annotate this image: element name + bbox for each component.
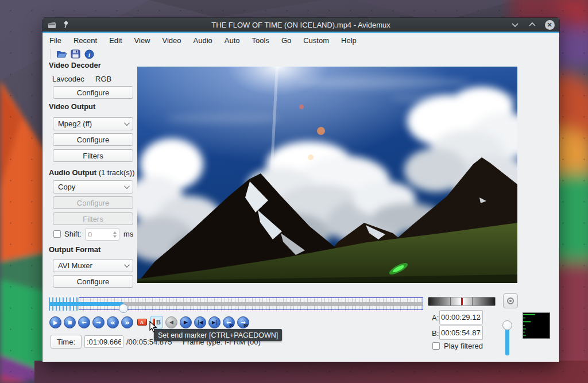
audio-toggle-button[interactable] (503, 293, 518, 308)
next-black-frame-button[interactable]: ▶ (180, 316, 192, 328)
output-format-title: Output Format (49, 245, 100, 254)
video-filters-button[interactable]: Filters (53, 149, 133, 162)
timeline-handle[interactable] (119, 304, 128, 313)
audio-configure-button: Configure (53, 196, 133, 209)
speaker-icon (507, 297, 514, 304)
maximize-button[interactable] (527, 20, 537, 30)
save-button[interactable] (68, 48, 82, 60)
play-button[interactable]: ▶ (49, 316, 61, 328)
video-output-value: Mpeg2 (ff) (58, 119, 124, 128)
avidemux-window: THE FLOW OF TIME (ON ICELAND).mp4 - Avid… (42, 18, 559, 362)
menu-view[interactable]: View (133, 36, 152, 45)
menu-help[interactable]: Help (340, 36, 358, 45)
shift-label: Shift: (64, 230, 82, 238)
back-one-minute-button[interactable]: ←60 (223, 316, 235, 328)
audio-output-select[interactable]: Copy (53, 180, 133, 194)
window-title: THE FLOW OF TIME (ON ICELAND).mp4 - Avid… (42, 21, 559, 29)
save-icon (71, 49, 80, 59)
shift-spinner[interactable]: 0 (85, 228, 119, 241)
info-button[interactable]: i (82, 48, 96, 60)
next-frame-button[interactable]: → (92, 316, 105, 328)
format-configure-button[interactable]: Configure (53, 275, 133, 288)
decoder-colorspace-label: RGB (95, 75, 111, 83)
marker-b-label: B: (432, 329, 439, 338)
set-start-marker-button[interactable]: A (136, 316, 148, 328)
output-format-select[interactable]: AVI Muxer (53, 259, 133, 272)
marker-a-icon: A (137, 319, 147, 326)
toolbar-separator (50, 49, 51, 59)
spinner-arrows-icon[interactable] (113, 231, 117, 238)
play-filtered-label: Play filtered (444, 342, 483, 350)
video-output-select[interactable]: Mpeg2 (ff) (53, 117, 133, 130)
minimize-button[interactable] (510, 20, 520, 30)
decoder-codec-label: Lavcodec (52, 75, 84, 83)
info-icon: i (84, 49, 94, 59)
chevron-down-icon (124, 120, 130, 126)
previous-keyframe-button[interactable]: « (107, 316, 119, 328)
time-mode-button[interactable]: Time: (51, 335, 82, 349)
menu-recent[interactable]: Recent (72, 36, 98, 45)
marker-a-label: A: (432, 314, 439, 322)
timeline[interactable] (49, 297, 423, 311)
tooltip: Set end marker [CTRL+PAGEDOWN] (154, 329, 282, 341)
jump-forward-button[interactable]: ▶| (208, 316, 220, 328)
shift-unit-label: ms (123, 230, 133, 238)
menubar: File Recent Edit View Video Audio Auto T… (42, 34, 559, 47)
chevron-down-icon (124, 262, 130, 268)
chevron-up-icon (529, 22, 536, 27)
audio-meter-scope (523, 312, 550, 339)
next-keyframe-button[interactable]: » (121, 316, 133, 328)
timeline-track[interactable] (49, 302, 423, 306)
forward-one-minute-button[interactable]: →60 (237, 316, 249, 328)
time-input[interactable] (84, 335, 123, 348)
menu-edit[interactable]: Edit (108, 36, 123, 45)
volume-slider-handle[interactable] (502, 320, 512, 330)
timeline-progress (49, 302, 123, 306)
video-preview (137, 67, 517, 283)
mouse-cursor (149, 321, 158, 333)
titlebar[interactable]: THE FLOW OF TIME (ON ICELAND).mp4 - Avid… (42, 18, 559, 33)
jump-backward-button[interactable]: |◀ (194, 316, 206, 328)
pin-icon[interactable] (62, 21, 69, 29)
shuttle-control[interactable] (428, 297, 496, 306)
decoder-configure-button[interactable]: Configure (53, 86, 133, 99)
audio-filters-button: Filters (53, 212, 133, 225)
marker-a-field[interactable] (439, 310, 483, 324)
previous-frame-button[interactable]: ← (78, 316, 90, 328)
toolbar: i (42, 47, 559, 61)
open-file-button[interactable] (55, 48, 68, 60)
menu-tools[interactable]: Tools (251, 36, 270, 45)
play-filtered-checkbox[interactable] (432, 342, 440, 350)
marker-b-field[interactable] (439, 326, 483, 340)
shift-checkbox[interactable] (53, 230, 61, 238)
desktop: THE FLOW OF TIME (ON ICELAND).mp4 - Avid… (0, 0, 588, 383)
chevron-down-icon (512, 22, 519, 27)
stop-button[interactable]: ■ (64, 316, 76, 328)
previous-black-frame-button: ◀ (165, 316, 177, 328)
menu-go[interactable]: Go (280, 36, 292, 45)
video-configure-button[interactable]: Configure (53, 133, 133, 146)
audio-output-value: Copy (58, 183, 124, 191)
menu-custom[interactable]: Custom (302, 36, 330, 45)
close-icon: × (545, 20, 555, 30)
menu-video[interactable]: Video (161, 36, 183, 45)
clapperboard-icon (48, 21, 57, 29)
menu-auto[interactable]: Auto (223, 36, 241, 45)
video-output-title: Video Output (49, 102, 95, 111)
shift-value: 0 (88, 230, 92, 239)
chevron-down-icon (124, 183, 130, 189)
open-file-icon (56, 49, 67, 59)
audio-output-title: Audio Output (1 track(s)) (49, 168, 135, 177)
close-button[interactable]: × (544, 20, 555, 30)
audio-tracks-count: (1 track(s)) (99, 168, 135, 177)
menu-audio[interactable]: Audio (192, 36, 214, 45)
output-format-value: AVI Muxer (58, 261, 124, 270)
menu-file[interactable]: File (48, 36, 63, 45)
video-decoder-title: Video Decoder (49, 61, 101, 69)
shuttle-marker (461, 298, 463, 305)
